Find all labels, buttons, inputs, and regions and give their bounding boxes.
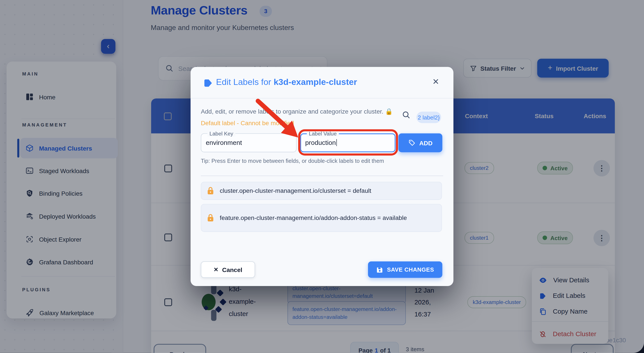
locked-label-text: cluster.open-cluster-management.io/clust…	[220, 186, 371, 195]
lock-icon	[207, 187, 214, 195]
close-button[interactable]: ✕	[430, 77, 442, 87]
modal-title: Edit Labels fork3d-example-cluster	[216, 77, 357, 87]
search-icon[interactable]	[402, 110, 411, 119]
modal-header-divider	[190, 98, 454, 98]
save-changes-button[interactable]: SAVE CHANGES	[368, 261, 442, 278]
label-count-badge: 2 label2}	[416, 112, 441, 123]
annotation-highlight-box	[298, 129, 398, 156]
locked-label-row: cluster.open-cluster-management.io/clust…	[201, 182, 442, 200]
save-changes-label: SAVE CHANGES	[387, 266, 434, 273]
cancel-label: Cancel	[222, 266, 242, 273]
save-icon	[376, 266, 383, 273]
label-key-value: environment	[206, 139, 242, 147]
locked-label-row: feature.open-cluster-management.io/addon…	[201, 204, 442, 232]
tag-outline-icon	[408, 139, 416, 147]
add-label-button[interactable]: ADD	[398, 133, 442, 152]
modal-tip: Tip: Press Enter to move between fields,…	[201, 158, 384, 164]
close-icon: ✕	[214, 266, 218, 273]
modal-divider	[201, 176, 443, 176]
edit-labels-modal: Edit Labels fork3d-example-cluster ✕ Add…	[190, 67, 454, 286]
close-icon: ✕	[432, 77, 439, 86]
screen: ‹ MAIN Home MANAGEMENT Managed Clusters	[0, 0, 644, 353]
default-label-note: Default label - Cannot be modified	[201, 119, 294, 126]
tag-icon	[203, 78, 213, 88]
label-key-field-label: Label Key	[208, 130, 235, 137]
modal-title-cluster-name: k3d-example-cluster	[274, 77, 357, 87]
app-window: ‹ MAIN Home MANAGEMENT Managed Clusters	[0, 0, 644, 353]
cancel-button[interactable]: ✕ Cancel	[201, 261, 255, 278]
locked-label-text: feature.open-cluster-management.io/addon…	[220, 213, 417, 222]
modal-title-prefix: Edit Labels for	[216, 77, 271, 87]
modal-description: Add, edit, or remove labels to organize …	[201, 108, 398, 115]
lock-icon	[207, 214, 214, 222]
add-label-text: ADD	[419, 139, 432, 146]
